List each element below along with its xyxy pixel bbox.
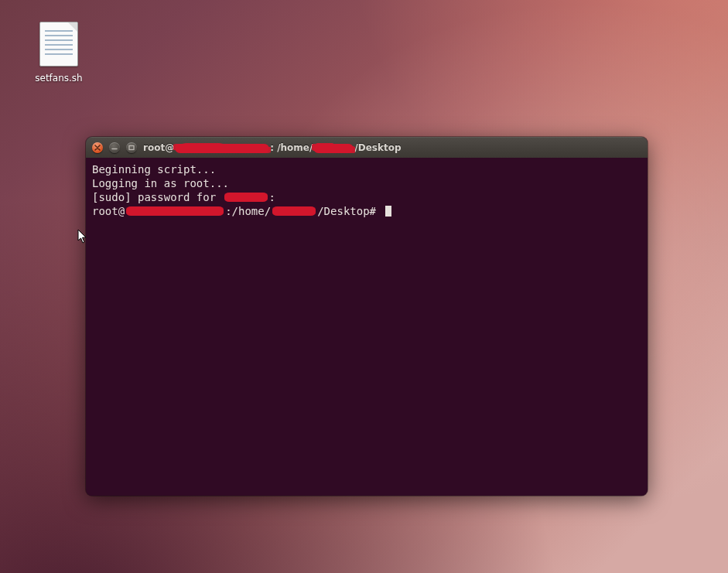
terminal-text: : [269,190,275,204]
title-mid: : /home/ [270,142,313,153]
title-prefix: root@ [143,142,174,153]
terminal-cursor [385,206,391,217]
terminal-text: /Desktop# [317,204,382,218]
redacted-username [272,206,316,216]
desktop-wallpaper: setfans.sh root@ : /home/ /Desktop [0,0,728,573]
redacted-username [314,144,353,153]
terminal-text: [sudo] password for [92,190,223,204]
window-close-button[interactable] [92,142,103,153]
terminal-prompt-line: root@ :/home/ /Desktop# [92,204,641,218]
terminal-window[interactable]: root@ : /home/ /Desktop Beginning script… [86,137,648,496]
terminal-line: Logging in as root... [92,176,641,190]
terminal-line: Beginning script... [92,162,641,176]
title-suffix: /Desktop [354,142,401,153]
close-icon [94,145,101,151]
window-titlebar[interactable]: root@ : /home/ /Desktop [86,137,648,159]
terminal-text: :/home/ [225,204,271,218]
maximize-icon [128,145,135,151]
desktop-file-setfans[interactable]: setfans.sh [28,22,90,84]
file-label: setfans.sh [32,72,84,84]
file-icon [39,22,78,67]
window-minimize-button[interactable] [109,142,120,153]
terminal-line: [sudo] password for : [92,190,641,204]
redacted-hostname [126,206,224,216]
terminal-text: root@ [92,204,125,218]
terminal-text: Beginning script... [92,162,216,176]
redacted-username [224,193,268,202]
svg-rect-0 [129,145,134,149]
window-maximize-button[interactable] [126,142,137,153]
minimize-icon [111,145,118,151]
terminal-body[interactable]: Beginning script... Logging in as root..… [86,158,648,496]
terminal-text: Logging in as root... [92,176,229,190]
window-title: root@ : /home/ /Desktop [143,142,641,153]
redacted-hostname [176,144,268,153]
